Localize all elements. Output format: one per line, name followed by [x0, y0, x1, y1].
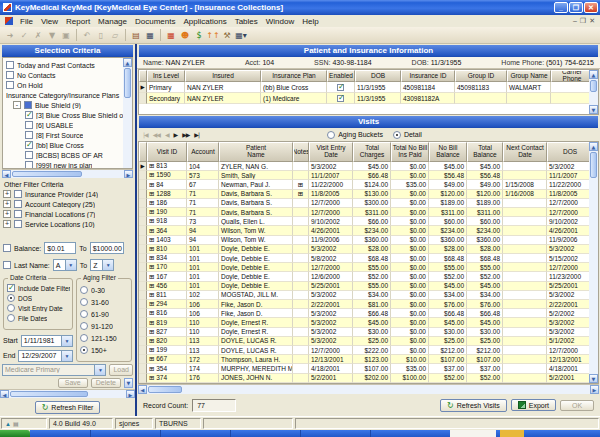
- row-selector[interactable]: [139, 291, 147, 300]
- cell[interactable]: (1) Medicare: [261, 93, 327, 104]
- other-filter-item[interactable]: +Account Category (25): [0, 199, 135, 209]
- cell[interactable]: 106: [187, 309, 219, 318]
- checkbox[interactable]: [25, 151, 33, 159]
- column-header-no-bill-balance[interactable]: No Bill Balance: [429, 142, 467, 162]
- cell[interactable]: [293, 217, 309, 226]
- cell[interactable]: [293, 272, 309, 281]
- cell[interactable]: 430981182A: [401, 93, 455, 104]
- column-header-patient-name[interactable]: Patient Name: [219, 142, 293, 162]
- cell[interactable]: 71: [187, 208, 219, 217]
- cell[interactable]: $212.00: [429, 346, 467, 355]
- cell[interactable]: Davis, Barbara S.: [219, 208, 293, 217]
- contact-filter-item[interactable]: Today and Past Contacts: [3, 60, 123, 70]
- visit-row[interactable]: ⊞ 8467Newman, Paul J.⊞11/22/2000$124.00$…: [139, 180, 589, 189]
- cell[interactable]: [293, 208, 309, 217]
- cell[interactable]: 5/3/2002: [309, 309, 353, 318]
- cell[interactable]: [507, 93, 551, 104]
- cell[interactable]: $56.48: [467, 171, 503, 180]
- row-selector[interactable]: [139, 263, 147, 272]
- column-header-ins-level[interactable]: Ins Level: [147, 70, 185, 82]
- cell[interactable]: ⊞ 364: [147, 226, 187, 235]
- delete-filter-button[interactable]: Delete: [91, 378, 121, 388]
- radio[interactable]: [80, 322, 88, 330]
- cell[interactable]: $45.00: [429, 318, 467, 327]
- cell[interactable]: [293, 374, 309, 383]
- cell[interactable]: $10.00: [391, 355, 429, 364]
- visit-row[interactable]: ⊞ 819110Doyle, Ernest R.5/3/2002$45.00$0…: [139, 318, 589, 327]
- cell[interactable]: $45.00: [429, 282, 467, 291]
- cell[interactable]: $68.48: [429, 254, 467, 263]
- row-selector[interactable]: [139, 374, 147, 383]
- cell[interactable]: 573: [187, 171, 219, 180]
- cell[interactable]: $25.00: [467, 337, 503, 346]
- cell[interactable]: Doyle, Debbie E.: [219, 245, 293, 254]
- cell[interactable]: 11/3/1955: [355, 82, 401, 93]
- cell[interactable]: Newman, Paul J.: [219, 180, 293, 189]
- cell[interactable]: [503, 208, 547, 217]
- visit-row[interactable]: ⊞ 199113DOYLE, LUCAS R.12/7/2000$222.00$…: [139, 346, 589, 355]
- checkbox[interactable]: [6, 61, 14, 69]
- cell[interactable]: [503, 318, 547, 327]
- balance-to-input[interactable]: $1000.00: [90, 242, 124, 254]
- cell[interactable]: 11/9/2006: [547, 236, 589, 245]
- chevron-down-icon[interactable]: ▼: [94, 365, 105, 375]
- cell[interactable]: 5/3/2002: [309, 318, 353, 327]
- insurance-plan-item[interactable]: [bb] Blue Cross: [3, 140, 123, 150]
- cell[interactable]: $124.00: [353, 180, 391, 189]
- radio[interactable]: [80, 346, 88, 354]
- cell[interactable]: 5/25/2001: [547, 282, 589, 291]
- scroll-up-icon[interactable]: ▲: [123, 58, 132, 67]
- menu-view[interactable]: View: [37, 17, 62, 26]
- other-filter-item[interactable]: +Financial Locations (7): [0, 209, 135, 219]
- calendar-icon[interactable]: ▦: [164, 29, 178, 42]
- column-header-notes[interactable]: Notes: [293, 142, 309, 162]
- checkbox[interactable]: [25, 111, 33, 119]
- cell[interactable]: 12/7/2000: [309, 199, 353, 208]
- row-selector[interactable]: [139, 328, 147, 337]
- cell[interactable]: 71: [187, 190, 219, 199]
- menu-tables[interactable]: Tables: [231, 17, 262, 26]
- visit-row[interactable]: ⊞ 170101Doyle, Debbie E.12/7/2000$55.00$…: [139, 263, 589, 272]
- cell[interactable]: $30.00: [353, 328, 391, 337]
- column-header-total-no-bill-ins-paid[interactable]: Total No Bill Ins Paid: [391, 142, 429, 162]
- cell[interactable]: 94: [187, 236, 219, 245]
- cell[interactable]: $35.00: [391, 180, 429, 189]
- cell[interactable]: $45.00: [353, 162, 391, 171]
- cell[interactable]: MOGSTAD, JILL M.: [219, 291, 293, 300]
- cell[interactable]: $0.00: [391, 291, 429, 300]
- checkbox[interactable]: [25, 141, 33, 149]
- cell[interactable]: 5/2/2002: [547, 309, 589, 318]
- checkbox[interactable]: [25, 161, 33, 168]
- checkbox[interactable]: [6, 81, 14, 89]
- last-name-to-select[interactable]: Z▼: [90, 259, 114, 271]
- cell[interactable]: $311.00: [353, 208, 391, 217]
- cell[interactable]: $0.00: [391, 309, 429, 318]
- cell[interactable]: $0.00: [391, 199, 429, 208]
- cell[interactable]: $28.00: [467, 245, 503, 254]
- cell[interactable]: 12/13/2001: [547, 355, 589, 364]
- cell[interactable]: $234.00: [353, 226, 391, 235]
- cell[interactable]: $76.00: [467, 300, 503, 309]
- cell[interactable]: 67: [187, 180, 219, 189]
- row-selector[interactable]: [139, 254, 147, 263]
- cell[interactable]: 12/7/2000: [547, 199, 589, 208]
- scroll-right-icon[interactable]: ▶: [124, 170, 133, 178]
- cell[interactable]: 73: [187, 217, 219, 226]
- cell[interactable]: $120.00: [429, 190, 467, 199]
- visit-row[interactable]: ⊞ 816106Fike, Jason D.5/3/2002$66.48$0.0…: [139, 309, 589, 318]
- cell[interactable]: [293, 245, 309, 254]
- cell[interactable]: 9/10/2002: [547, 217, 589, 226]
- column-header-visit-entry-date[interactable]: Visit Entry Date: [309, 142, 353, 162]
- row-selector[interactable]: [139, 272, 147, 281]
- visit-row[interactable]: ⊞ 1590573Smith, Sally11/1/2007$66.48$0.0…: [139, 171, 589, 180]
- cell[interactable]: ⊞ 811: [147, 291, 187, 300]
- cell[interactable]: $0.00: [391, 217, 429, 226]
- cell[interactable]: DOYLE, LUCAS R.: [219, 346, 293, 355]
- cell[interactable]: [293, 171, 309, 180]
- row-selector[interactable]: [139, 337, 147, 346]
- scroll-thumb[interactable]: [590, 80, 597, 92]
- row-selector[interactable]: [139, 309, 147, 318]
- visit-row[interactable]: ⊞ 294106Fike, Jason D.2/22/2001$81.00$0.…: [139, 300, 589, 309]
- cell[interactable]: [293, 199, 309, 208]
- cell[interactable]: 5/3/2002: [309, 245, 353, 254]
